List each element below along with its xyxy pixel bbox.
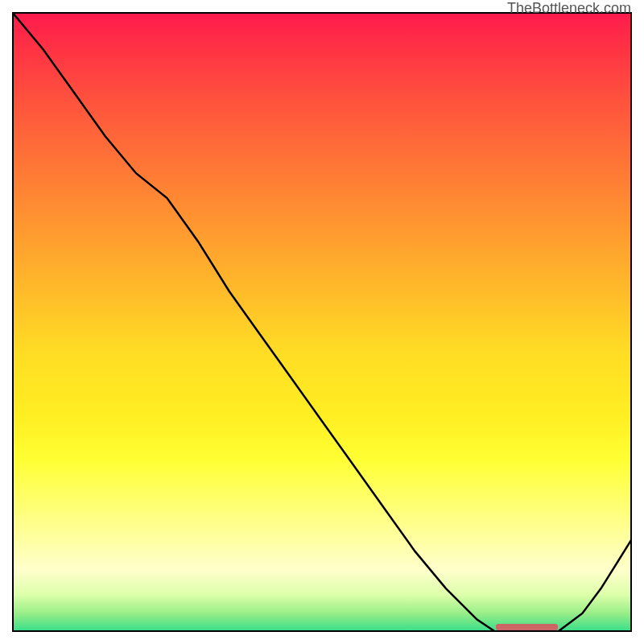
watermark-text: TheBottleneck.com xyxy=(507,0,631,17)
chart-container: TheBottleneck.com xyxy=(0,0,644,644)
chart-border xyxy=(12,12,632,632)
